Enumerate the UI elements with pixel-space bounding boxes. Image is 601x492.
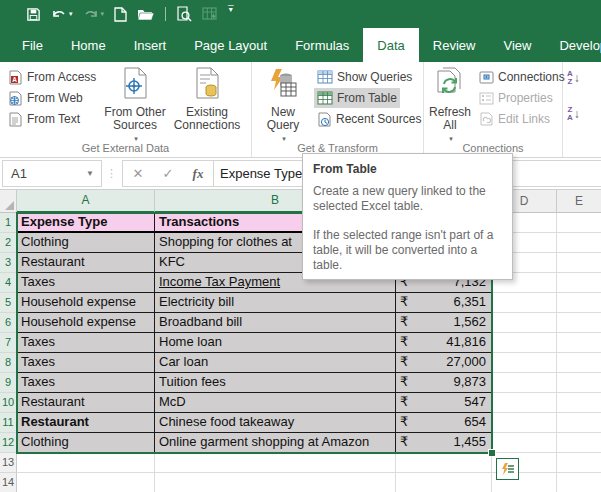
cell-C8[interactable]: ₹27,000 — [396, 353, 492, 373]
cell-B5[interactable]: Electricity bill — [155, 293, 396, 313]
show-queries-button[interactable]: Show Queries — [314, 67, 415, 87]
cell-A2[interactable]: Clothing — [17, 233, 155, 253]
tab-review[interactable]: Review — [419, 28, 490, 62]
quick-analysis-button[interactable] — [496, 458, 519, 480]
row-header-9[interactable]: 9 — [0, 373, 17, 393]
cell-E1[interactable] — [557, 213, 601, 233]
row-header-6[interactable]: 6 — [0, 313, 17, 333]
cell-A11[interactable]: Restaurant — [17, 413, 155, 433]
recent-sources-button[interactable]: Recent Sources — [314, 109, 424, 129]
cell-E13[interactable] — [557, 453, 601, 473]
row-header-1[interactable]: 1 — [0, 213, 17, 233]
cell-D12[interactable] — [492, 433, 557, 453]
cell-B6[interactable]: Broadband bill — [155, 313, 396, 333]
open-folder-icon[interactable] — [137, 4, 155, 24]
row-header-2[interactable]: 2 — [0, 233, 17, 253]
cell-C10[interactable]: ₹547 — [396, 393, 492, 413]
print-preview-icon[interactable] — [176, 4, 192, 24]
row-header-10[interactable]: 10 — [0, 393, 17, 413]
cell-C13[interactable] — [396, 453, 492, 473]
cell-B8[interactable]: Car loan — [155, 353, 396, 373]
quick-table-icon[interactable] — [202, 4, 218, 24]
column-header-a[interactable]: A — [17, 190, 155, 213]
save-icon[interactable] — [26, 4, 41, 24]
new-document-icon[interactable] — [114, 4, 127, 24]
column-header-e[interactable]: E — [557, 190, 601, 213]
cell-E5[interactable] — [557, 293, 601, 313]
cell-B13[interactable] — [155, 453, 396, 473]
cell-D10[interactable] — [492, 393, 557, 413]
cell-D7[interactable] — [492, 333, 557, 353]
enter-icon[interactable]: ✓ — [153, 166, 183, 181]
cell-E12[interactable] — [557, 433, 601, 453]
from-table-button[interactable]: From Table — [314, 88, 400, 108]
new-query-button[interactable]: New Query ▾ — [258, 64, 308, 140]
undo-icon[interactable]: ▾ — [51, 4, 73, 24]
select-all-corner[interactable] — [0, 190, 17, 213]
cell-E3[interactable] — [557, 253, 601, 273]
cell-E8[interactable] — [557, 353, 601, 373]
cell-D8[interactable] — [492, 353, 557, 373]
cell-E2[interactable] — [557, 233, 601, 253]
row-header-11[interactable]: 11 — [0, 413, 17, 433]
cell-B14[interactable] — [155, 473, 396, 492]
tab-page-layout[interactable]: Page Layout — [180, 28, 281, 62]
cell-E9[interactable] — [557, 373, 601, 393]
row-header-4[interactable]: 4 — [0, 273, 17, 293]
cell-C9[interactable]: ₹9,873 — [396, 373, 492, 393]
cell-A13[interactable] — [17, 453, 155, 473]
tab-view[interactable]: View — [489, 28, 545, 62]
cancel-icon[interactable]: ✕ — [123, 166, 153, 181]
cell-D11[interactable] — [492, 413, 557, 433]
cell-D6[interactable] — [492, 313, 557, 333]
cell-A1[interactable]: Expense Type — [17, 213, 155, 233]
tab-home[interactable]: Home — [57, 28, 120, 62]
cell-D9[interactable] — [492, 373, 557, 393]
cell-B11[interactable]: Chinese food takeaway — [155, 413, 396, 433]
cell-A8[interactable]: Taxes — [17, 353, 155, 373]
cell-E11[interactable] — [557, 413, 601, 433]
row-header-5[interactable]: 5 — [0, 293, 17, 313]
cell-E4[interactable] — [557, 273, 601, 293]
cell-A7[interactable]: Taxes — [17, 333, 155, 353]
refresh-all-button[interactable]: Refresh All ▾ — [426, 64, 474, 140]
cell-C7[interactable]: ₹41,816 — [396, 333, 492, 353]
existing-connections-button[interactable]: Existing Connections — [175, 64, 239, 140]
name-box[interactable]: A1 ▼ — [2, 160, 102, 187]
tab-formulas[interactable]: Formulas — [281, 28, 363, 62]
sort-descending-button[interactable]: ZA↓ — [567, 106, 580, 122]
cell-A3[interactable]: Restaurant — [17, 253, 155, 273]
cell-B10[interactable]: McD — [155, 393, 396, 413]
insert-function-icon[interactable]: fx — [183, 166, 213, 182]
cell-C14[interactable] — [396, 473, 492, 492]
cell-B12[interactable]: Online garment shopping at Amazon — [155, 433, 396, 453]
undo-caret-icon[interactable]: ▾ — [69, 10, 73, 18]
cell-A5[interactable]: Household expense — [17, 293, 155, 313]
row-header-14[interactable]: 14 — [0, 473, 17, 492]
cell-A14[interactable] — [17, 473, 155, 492]
cell-A9[interactable]: Taxes — [17, 373, 155, 393]
cell-C5[interactable]: ₹6,351 — [396, 293, 492, 313]
cell-E7[interactable] — [557, 333, 601, 353]
cell-C12[interactable]: ₹1,455 — [396, 433, 492, 453]
tab-data[interactable]: Data — [363, 28, 418, 62]
cell-A10[interactable]: Restaurant — [17, 393, 155, 413]
row-header-12[interactable]: 12 — [0, 433, 17, 453]
row-header-13[interactable]: 13 — [0, 453, 17, 473]
namebox-caret-icon[interactable]: ▼ — [86, 169, 94, 178]
redo-icon[interactable]: ▾ — [83, 4, 105, 24]
cell-C6[interactable]: ₹1,562 — [396, 313, 492, 333]
tab-file[interactable]: File — [8, 28, 57, 62]
cell-B7[interactable]: Home loan — [155, 333, 396, 353]
from-web-button[interactable]: From Web — [5, 88, 86, 108]
from-text-button[interactable]: From Text — [5, 109, 83, 129]
cell-D5[interactable] — [492, 293, 557, 313]
sort-ascending-button[interactable]: AZ↓ — [567, 70, 580, 86]
redo-caret-icon[interactable]: ▾ — [101, 10, 105, 18]
from-other-sources-button[interactable]: From Other Sources ▾ — [103, 64, 167, 140]
cell-C11[interactable]: ₹654 — [396, 413, 492, 433]
cell-E6[interactable] — [557, 313, 601, 333]
cell-A4[interactable]: Taxes — [17, 273, 155, 293]
cell-E10[interactable] — [557, 393, 601, 413]
cell-E14[interactable] — [557, 473, 601, 492]
